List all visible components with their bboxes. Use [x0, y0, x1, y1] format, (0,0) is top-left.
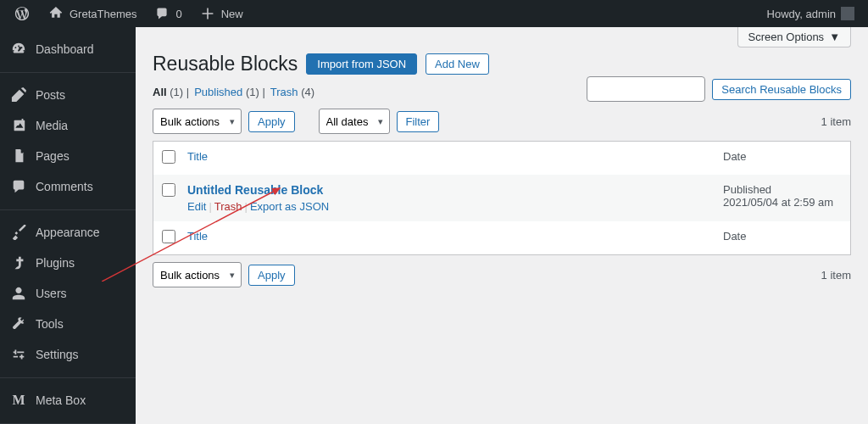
sidebar-item-comments[interactable]: Comments — [0, 171, 136, 202]
sidebar-item-label: Posts — [36, 88, 65, 102]
settings-icon — [10, 346, 27, 363]
date-filter-select[interactable]: All dates — [319, 109, 390, 134]
view-published[interactable]: Published — [194, 86, 242, 98]
home-icon — [47, 5, 64, 22]
col-header-date[interactable]: Date — [715, 142, 850, 175]
comments-count: 0 — [175, 8, 181, 20]
col-header-title[interactable]: Title — [179, 142, 715, 175]
caret-down-icon: ▼ — [829, 31, 840, 43]
my-account[interactable]: Howdy, admin — [760, 0, 861, 27]
bulk-apply-button[interactable]: Apply — [248, 111, 295, 132]
row-action-export[interactable]: Export as JSON — [250, 200, 329, 213]
search-input[interactable] — [587, 76, 705, 102]
row-checkbox[interactable] — [162, 183, 175, 197]
sidebar-item-tools[interactable]: Tools — [0, 309, 136, 339]
sidebar-item-label: Pages — [36, 149, 70, 163]
item-count: 1 item — [821, 115, 851, 128]
screen-options-label: Screen Options — [748, 31, 825, 43]
bulk-apply-button-bottom[interactable]: Apply — [248, 265, 295, 286]
sidebar-item-dashboard[interactable]: Dashboard — [0, 34, 136, 64]
row-date: 2021/05/04 at 2:59 am — [723, 196, 833, 209]
sidebar-item-label: Meta Box — [36, 393, 86, 407]
page-title: Reusable Blocks — [153, 53, 298, 75]
row-action-trash[interactable]: Trash — [214, 200, 242, 213]
blocks-table: Title Date Untitled Reusable Block Edit|… — [153, 141, 851, 255]
view-all[interactable]: All — [153, 86, 167, 98]
dashboard-icon — [10, 41, 27, 58]
wp-logo[interactable] — [7, 0, 37, 27]
new-content[interactable]: New — [192, 0, 250, 27]
sidebar-item-label: Media — [36, 119, 68, 132]
row-status: Published — [723, 183, 771, 196]
select-all-checkbox[interactable] — [162, 150, 175, 164]
row-title-link[interactable]: Untitled Reusable Block — [187, 183, 323, 197]
sidebar-item-plugins[interactable]: Plugins — [0, 248, 136, 278]
view-trash[interactable]: Trash — [270, 86, 298, 98]
sidebar-item-label: Comments — [36, 180, 93, 193]
col-footer-title[interactable]: Title — [179, 221, 715, 254]
sidebar-item-posts[interactable]: Posts — [0, 80, 136, 110]
main-content: Screen Options ▼ Reusable Blocks Import … — [136, 27, 868, 424]
comments-icon — [10, 178, 27, 195]
search-button[interactable]: Search Reusable Blocks — [712, 79, 851, 100]
sidebar-item-label: Settings — [36, 348, 79, 361]
bulk-actions-select-bottom[interactable]: Bulk actions — [153, 262, 242, 287]
sidebar-item-users[interactable]: Users — [0, 278, 136, 309]
site-name[interactable]: GretaThemes — [41, 0, 143, 27]
screen-options-tab[interactable]: Screen Options ▼ — [737, 27, 851, 47]
sidebar-item-metabox[interactable]: M Meta Box — [0, 385, 136, 416]
users-icon — [10, 285, 27, 302]
add-new-button[interactable]: Add New — [426, 53, 489, 75]
sidebar-item-label: Dashboard — [36, 42, 94, 56]
item-count-bottom: 1 item — [821, 269, 851, 282]
select-all-checkbox-foot[interactable] — [162, 230, 175, 243]
bulk-actions-select[interactable]: Bulk actions — [153, 109, 242, 134]
sidebar-item-media[interactable]: Media — [0, 110, 136, 141]
row-action-edit[interactable]: Edit — [187, 200, 206, 213]
wordpress-icon — [14, 5, 31, 22]
appearance-icon — [10, 224, 27, 241]
admin-menu: Dashboard Posts Media Pages Comments App… — [0, 27, 136, 424]
sidebar-item-label: Users — [36, 287, 67, 300]
media-icon — [10, 117, 27, 134]
howdy-label: Howdy, admin — [767, 8, 836, 20]
pages-icon — [10, 148, 27, 165]
plus-icon — [199, 5, 216, 22]
plugins-icon — [10, 254, 27, 271]
metabox-icon: M — [10, 392, 27, 409]
admin-toolbar: GretaThemes 0 New Howdy, admin — [0, 0, 868, 27]
sidebar-item-appearance[interactable]: Appearance — [0, 217, 136, 248]
filter-button[interactable]: Filter — [397, 111, 440, 132]
comments-bubble[interactable]: 0 — [147, 0, 188, 27]
site-name-label: GretaThemes — [70, 8, 136, 20]
col-footer-date[interactable]: Date — [715, 221, 850, 254]
sidebar-item-label: Plugins — [36, 256, 75, 270]
tools-icon — [10, 315, 27, 332]
new-label: New — [221, 8, 243, 20]
sidebar-item-label: Appearance — [36, 226, 100, 239]
comment-icon — [153, 5, 170, 22]
import-json-button[interactable]: Import from JSON — [306, 53, 417, 75]
table-row: Untitled Reusable Block Edit|Trash|Expor… — [153, 175, 850, 221]
sidebar-item-pages[interactable]: Pages — [0, 141, 136, 171]
sidebar-item-label: Tools — [36, 317, 64, 331]
sidebar-item-settings[interactable]: Settings — [0, 339, 136, 370]
posts-icon — [10, 86, 27, 103]
avatar-icon — [841, 7, 854, 20]
